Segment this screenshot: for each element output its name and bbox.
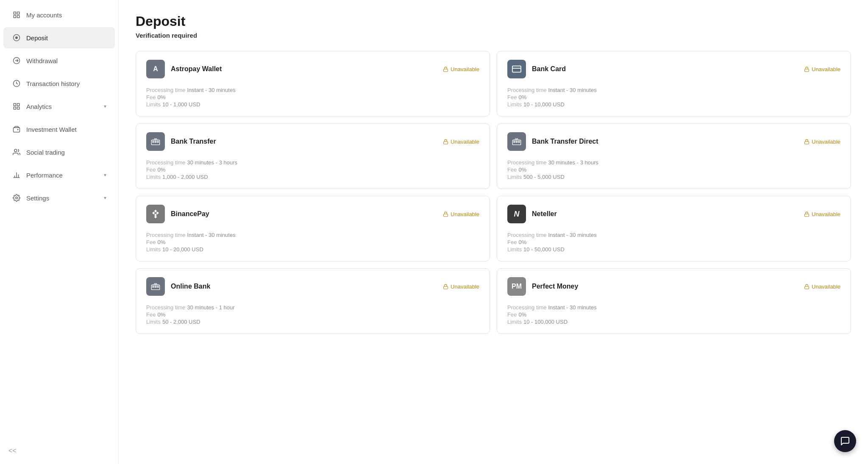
processing-time-row: Processing timeInstant - 30 minutes — [507, 232, 840, 238]
payment-card-bank-transfer-direct[interactable]: INR Bank Transfer Direct Unavailable Pro… — [497, 123, 851, 189]
processing-time-row: Processing time30 minutes - 1 hour — [146, 304, 479, 311]
payment-card-bank-card[interactable]: Bank Card Unavailable Processing timeIns… — [497, 51, 851, 117]
card-details: Processing time30 minutes - 3 hours Fee0… — [146, 159, 479, 180]
bar-chart-icon — [12, 170, 21, 180]
svg-rect-38 — [153, 286, 154, 287]
sidebar-item-withdrawal[interactable]: Withdrawal — [3, 50, 115, 71]
fee-row: Fee0% — [507, 167, 840, 173]
fee-row: Fee0% — [146, 239, 479, 245]
processing-time-label: Processing time — [146, 304, 185, 311]
card-logo-name: PM Perfect Money — [507, 277, 578, 296]
unavailable-badge: Unavailable — [804, 211, 840, 217]
svg-rect-40 — [157, 286, 159, 287]
unavailable-text: Unavailable — [451, 283, 479, 290]
card-logo-binancepay — [146, 205, 165, 223]
card-details: Processing timeInstant - 30 minutes Fee0… — [507, 304, 840, 325]
svg-rect-36 — [805, 214, 809, 216]
card-name: Perfect Money — [532, 283, 578, 290]
card-logo-online-bank: INR — [146, 277, 165, 296]
sidebar-collapse-button[interactable]: << — [0, 441, 118, 461]
card-name: BinancePay — [171, 210, 209, 218]
fee-row: Fee0% — [507, 239, 840, 245]
payment-card-perfect-money[interactable]: PM Perfect Money Unavailable Processing … — [497, 268, 851, 334]
sidebar-item-settings[interactable]: Settings ▾ — [3, 187, 115, 208]
lock-icon — [804, 284, 810, 289]
page-subtitle: Verification required — [136, 32, 851, 39]
svg-point-13 — [14, 149, 17, 152]
unavailable-text: Unavailable — [451, 139, 479, 145]
main-content: Deposit Verification required A Astropay… — [119, 0, 868, 464]
sidebar-item-deposit[interactable]: Deposit — [3, 27, 115, 48]
svg-rect-31 — [516, 141, 517, 142]
svg-rect-9 — [17, 103, 19, 106]
sidebar-item-transaction-history[interactable]: Transaction history — [3, 73, 115, 94]
lock-icon — [443, 284, 448, 289]
sidebar-item-label: Analytics — [26, 103, 52, 110]
limits-row: Limits500 - 5,000 USD — [507, 174, 840, 180]
payment-card-binancepay[interactable]: BinancePay Unavailable Processing timeIn… — [136, 196, 490, 261]
payment-card-astropay[interactable]: A Astropay Wallet Unavailable Processing… — [136, 51, 490, 117]
fee-label: Fee — [146, 311, 156, 318]
sidebar-item-label: Social trading — [26, 149, 65, 156]
lock-icon — [804, 211, 810, 217]
sidebar-item-my-accounts[interactable]: My accounts — [3, 4, 115, 25]
limits-row: Limits1,000 - 2,000 USD — [146, 174, 479, 180]
limits-label: Limits — [146, 101, 161, 108]
sidebar-item-analytics[interactable]: Analytics ▾ — [3, 96, 115, 117]
limits-row: Limits10 - 100,000 USD — [507, 319, 840, 325]
svg-rect-26 — [157, 141, 159, 142]
page-title: Deposit — [136, 14, 851, 29]
sidebar-item-social-trading[interactable]: Social trading — [3, 142, 115, 163]
svg-rect-11 — [17, 107, 19, 109]
payment-card-online-bank[interactable]: INR Online Bank Unavailable Processing t… — [136, 268, 490, 334]
svg-rect-22 — [805, 69, 809, 71]
unavailable-badge: Unavailable — [443, 283, 479, 290]
gear-icon — [12, 193, 21, 203]
card-logo-name: INR Online Bank — [146, 277, 210, 296]
processing-time-label: Processing time — [507, 232, 546, 238]
svg-rect-28 — [444, 141, 448, 144]
svg-text:INR: INR — [154, 138, 157, 140]
svg-point-18 — [16, 197, 18, 199]
unavailable-badge: Unavailable — [443, 139, 479, 145]
payment-card-neteller[interactable]: N Neteller Unavailable Processing timeIn… — [497, 196, 851, 261]
card-header: INR Bank Transfer Unavailable — [146, 132, 479, 151]
svg-rect-8 — [14, 103, 16, 106]
svg-rect-2 — [14, 16, 16, 18]
fee-label: Fee — [146, 167, 156, 173]
sidebar-item-investment-wallet[interactable]: Investment Wallet — [3, 119, 115, 140]
chat-button[interactable] — [834, 430, 856, 452]
limits-label: Limits — [146, 174, 161, 180]
processing-time-row: Processing time30 minutes - 3 hours — [146, 159, 479, 166]
payment-card-bank-transfer[interactable]: INR Bank Transfer Unavailable Processing… — [136, 123, 490, 189]
svg-rect-0 — [14, 12, 16, 14]
fee-row: Fee0% — [507, 94, 840, 100]
grid-icon — [12, 10, 21, 19]
card-logo-bank-transfer-direct: INR — [507, 132, 526, 151]
limits-row: Limits10 - 50,000 USD — [507, 246, 840, 253]
chevron-down-icon: ▾ — [104, 172, 106, 178]
svg-rect-43 — [805, 286, 809, 289]
limits-label: Limits — [507, 319, 522, 325]
card-name: Astropay Wallet — [171, 65, 222, 73]
unavailable-text: Unavailable — [812, 139, 840, 145]
processing-time-row: Processing timeInstant - 30 minutes — [146, 232, 479, 238]
card-header: INR Online Bank Unavailable — [146, 277, 479, 296]
svg-rect-34 — [805, 141, 809, 144]
card-details: Processing timeInstant - 30 minutes Fee0… — [146, 87, 479, 108]
limits-label: Limits — [507, 101, 522, 108]
card-header: BinancePay Unavailable — [146, 205, 479, 223]
svg-rect-10 — [14, 107, 16, 109]
sidebar-item-performance[interactable]: Performance ▾ — [3, 164, 115, 186]
card-name: Bank Transfer Direct — [532, 138, 598, 145]
sidebar-item-label: Transaction history — [26, 80, 80, 87]
processing-time-label: Processing time — [146, 159, 185, 166]
fee-row: Fee0% — [146, 167, 479, 173]
fee-label: Fee — [507, 239, 517, 245]
card-logo-perfect-money: PM — [507, 277, 526, 296]
card-logo-astropay: A — [146, 60, 165, 78]
card-name: Bank Transfer — [171, 138, 216, 145]
processing-time-row: Processing timeInstant - 30 minutes — [146, 87, 479, 93]
svg-point-12 — [17, 129, 18, 130]
card-header: Bank Card Unavailable — [507, 60, 840, 78]
